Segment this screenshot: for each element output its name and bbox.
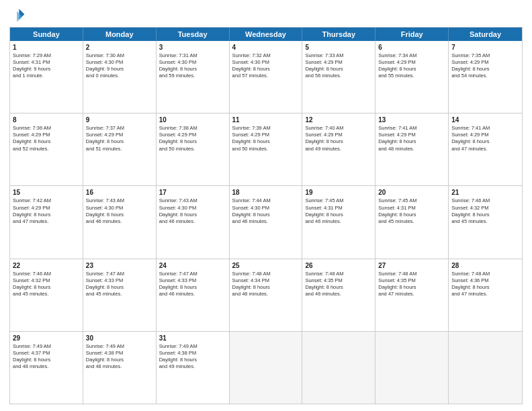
- weekday-header: Saturday: [449, 28, 522, 41]
- day-number: 6: [378, 43, 445, 52]
- day-number: 22: [13, 261, 80, 270]
- day-number: 27: [378, 261, 445, 270]
- cell-info: Sunrise: 7:43 AM Sunset: 4:30 PM Dayligh…: [159, 197, 197, 224]
- calendar-cell: 25Sunrise: 7:48 AM Sunset: 4:34 PM Dayli…: [230, 259, 303, 331]
- calendar: SundayMondayTuesdayWednesdayThursdayFrid…: [9, 27, 523, 404]
- cell-info: Sunrise: 7:38 AM Sunset: 4:29 PM Dayligh…: [159, 125, 197, 151]
- calendar-cell: 29Sunrise: 7:49 AM Sunset: 4:37 PM Dayli…: [10, 332, 83, 404]
- calendar-cell: 20Sunrise: 7:45 AM Sunset: 4:31 PM Dayli…: [375, 186, 449, 258]
- day-number: 17: [159, 188, 226, 197]
- calendar-row: 22Sunrise: 7:46 AM Sunset: 4:32 PM Dayli…: [10, 259, 522, 331]
- day-number: 9: [86, 116, 153, 124]
- cell-info: Sunrise: 7:41 AM Sunset: 4:29 PM Dayligh…: [451, 125, 490, 151]
- calendar-cell: 9Sunrise: 7:37 AM Sunset: 4:29 PM Daylig…: [83, 113, 157, 185]
- day-number: 25: [232, 261, 300, 270]
- day-number: 8: [13, 116, 80, 124]
- day-number: 13: [378, 116, 445, 124]
- calendar-cell: 24Sunrise: 7:47 AM Sunset: 4:33 PM Dayli…: [157, 259, 230, 331]
- calendar-cell: 12Sunrise: 7:40 AM Sunset: 4:29 PM Dayli…: [302, 113, 375, 185]
- weekday-header: Wednesday: [230, 28, 303, 41]
- logo-icon: [9, 7, 26, 23]
- cell-info: Sunrise: 7:45 AM Sunset: 4:31 PM Dayligh…: [305, 197, 343, 224]
- calendar-header: SundayMondayTuesdayWednesdayThursdayFrid…: [10, 28, 522, 41]
- cell-info: Sunrise: 7:45 AM Sunset: 4:31 PM Dayligh…: [378, 197, 416, 224]
- day-number: 23: [86, 261, 153, 270]
- cell-info: Sunrise: 7:36 AM Sunset: 4:29 PM Dayligh…: [13, 125, 51, 151]
- calendar-cell: 3Sunrise: 7:31 AM Sunset: 4:30 PM Daylig…: [157, 41, 230, 113]
- calendar-cell: 2Sunrise: 7:30 AM Sunset: 4:30 PM Daylig…: [83, 41, 157, 113]
- day-number: 5: [305, 43, 372, 52]
- day-number: 14: [451, 116, 519, 124]
- cell-info: Sunrise: 7:48 AM Sunset: 4:36 PM Dayligh…: [451, 271, 490, 297]
- day-number: 12: [305, 116, 372, 124]
- calendar-cell: 8Sunrise: 7:36 AM Sunset: 4:29 PM Daylig…: [10, 113, 83, 185]
- calendar-cell: 23Sunrise: 7:47 AM Sunset: 4:33 PM Dayli…: [83, 259, 157, 331]
- calendar-cell: 6Sunrise: 7:34 AM Sunset: 4:29 PM Daylig…: [375, 41, 449, 113]
- calendar-cell: 10Sunrise: 7:38 AM Sunset: 4:29 PM Dayli…: [157, 113, 230, 185]
- calendar-cell: 13Sunrise: 7:41 AM Sunset: 4:29 PM Dayli…: [375, 113, 449, 185]
- cell-info: Sunrise: 7:46 AM Sunset: 4:32 PM Dayligh…: [451, 197, 490, 224]
- cell-info: Sunrise: 7:33 AM Sunset: 4:29 PM Dayligh…: [305, 52, 343, 79]
- cell-info: Sunrise: 7:40 AM Sunset: 4:29 PM Dayligh…: [305, 125, 343, 151]
- calendar-cell: 11Sunrise: 7:39 AM Sunset: 4:29 PM Dayli…: [230, 113, 303, 185]
- calendar-cell: 5Sunrise: 7:33 AM Sunset: 4:29 PM Daylig…: [302, 41, 375, 113]
- weekday-header: Tuesday: [157, 28, 230, 41]
- calendar-body: 1Sunrise: 7:29 AM Sunset: 4:31 PM Daylig…: [10, 41, 522, 404]
- cell-info: Sunrise: 7:37 AM Sunset: 4:29 PM Dayligh…: [86, 125, 124, 151]
- cell-info: Sunrise: 7:49 AM Sunset: 4:38 PM Dayligh…: [159, 343, 197, 369]
- calendar-row: 8Sunrise: 7:36 AM Sunset: 4:29 PM Daylig…: [10, 113, 522, 185]
- cell-info: Sunrise: 7:35 AM Sunset: 4:29 PM Dayligh…: [451, 52, 490, 79]
- day-number: 2: [86, 43, 153, 52]
- cell-info: Sunrise: 7:32 AM Sunset: 4:30 PM Dayligh…: [232, 52, 271, 79]
- calendar-cell: 22Sunrise: 7:46 AM Sunset: 4:32 PM Dayli…: [10, 259, 83, 331]
- cell-info: Sunrise: 7:39 AM Sunset: 4:29 PM Dayligh…: [232, 125, 271, 151]
- calendar-cell: 18Sunrise: 7:44 AM Sunset: 4:30 PM Dayli…: [230, 186, 303, 258]
- cell-info: Sunrise: 7:47 AM Sunset: 4:33 PM Dayligh…: [86, 271, 124, 297]
- day-number: 3: [159, 43, 226, 52]
- calendar-cell: [375, 332, 449, 404]
- calendar-cell: 4Sunrise: 7:32 AM Sunset: 4:30 PM Daylig…: [230, 41, 303, 113]
- cell-info: Sunrise: 7:34 AM Sunset: 4:29 PM Dayligh…: [378, 52, 416, 79]
- day-number: 7: [451, 43, 519, 52]
- cell-info: Sunrise: 7:43 AM Sunset: 4:30 PM Dayligh…: [86, 197, 124, 224]
- calendar-cell: 15Sunrise: 7:42 AM Sunset: 4:29 PM Dayli…: [10, 186, 83, 258]
- cell-info: Sunrise: 7:48 AM Sunset: 4:35 PM Dayligh…: [305, 271, 343, 297]
- calendar-cell: [302, 332, 375, 404]
- cell-info: Sunrise: 7:47 AM Sunset: 4:33 PM Dayligh…: [159, 271, 197, 297]
- day-number: 28: [451, 261, 519, 270]
- day-number: 4: [232, 43, 300, 52]
- calendar-cell: 28Sunrise: 7:48 AM Sunset: 4:36 PM Dayli…: [449, 259, 522, 331]
- header: [9, 7, 523, 23]
- weekday-header: Thursday: [302, 28, 375, 41]
- cell-info: Sunrise: 7:48 AM Sunset: 4:35 PM Dayligh…: [378, 271, 416, 297]
- cell-info: Sunrise: 7:42 AM Sunset: 4:29 PM Dayligh…: [13, 197, 51, 224]
- day-number: 16: [86, 188, 153, 197]
- calendar-cell: [449, 332, 522, 404]
- day-number: 15: [13, 188, 80, 197]
- cell-info: Sunrise: 7:30 AM Sunset: 4:30 PM Dayligh…: [86, 52, 124, 79]
- calendar-cell: 7Sunrise: 7:35 AM Sunset: 4:29 PM Daylig…: [449, 41, 522, 113]
- cell-info: Sunrise: 7:41 AM Sunset: 4:29 PM Dayligh…: [378, 125, 416, 151]
- calendar-cell: 31Sunrise: 7:49 AM Sunset: 4:38 PM Dayli…: [157, 332, 230, 404]
- cell-info: Sunrise: 7:46 AM Sunset: 4:32 PM Dayligh…: [13, 271, 51, 297]
- calendar-cell: 17Sunrise: 7:43 AM Sunset: 4:30 PM Dayli…: [157, 186, 230, 258]
- calendar-row: 1Sunrise: 7:29 AM Sunset: 4:31 PM Daylig…: [10, 41, 522, 113]
- calendar-row: 29Sunrise: 7:49 AM Sunset: 4:37 PM Dayli…: [10, 331, 522, 404]
- logo: [9, 7, 28, 23]
- calendar-cell: 14Sunrise: 7:41 AM Sunset: 4:29 PM Dayli…: [449, 113, 522, 185]
- cell-info: Sunrise: 7:49 AM Sunset: 4:37 PM Dayligh…: [13, 343, 51, 369]
- day-number: 1: [13, 43, 80, 52]
- day-number: 31: [159, 334, 226, 342]
- day-number: 30: [86, 334, 153, 342]
- calendar-cell: 30Sunrise: 7:49 AM Sunset: 4:38 PM Dayli…: [83, 332, 157, 404]
- weekday-header: Friday: [375, 28, 449, 41]
- weekday-header: Monday: [83, 28, 157, 41]
- cell-info: Sunrise: 7:48 AM Sunset: 4:34 PM Dayligh…: [232, 271, 271, 297]
- day-number: 11: [232, 116, 300, 124]
- cell-info: Sunrise: 7:44 AM Sunset: 4:30 PM Dayligh…: [232, 197, 271, 224]
- day-number: 24: [159, 261, 226, 270]
- calendar-cell: 26Sunrise: 7:48 AM Sunset: 4:35 PM Dayli…: [302, 259, 375, 331]
- calendar-cell: 16Sunrise: 7:43 AM Sunset: 4:30 PM Dayli…: [83, 186, 157, 258]
- calendar-cell: 1Sunrise: 7:29 AM Sunset: 4:31 PM Daylig…: [10, 41, 83, 113]
- calendar-cell: 19Sunrise: 7:45 AM Sunset: 4:31 PM Dayli…: [302, 186, 375, 258]
